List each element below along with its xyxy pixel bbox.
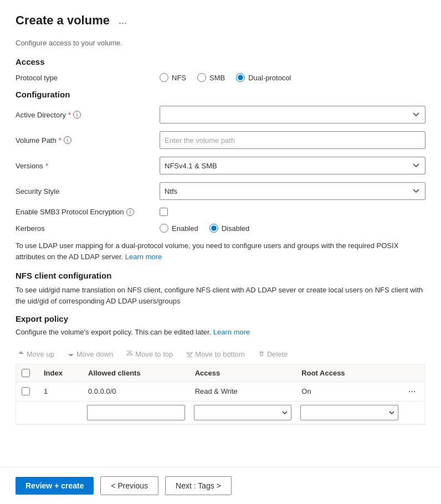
volume-path-input[interactable] xyxy=(160,131,425,149)
previous-button[interactable]: < Previous xyxy=(100,476,158,495)
table-header-root-access: Root Access xyxy=(296,364,403,382)
table-row-root-access: On xyxy=(296,382,403,401)
table-input-clients-cell xyxy=(83,405,189,420)
kerberos-label: Kerberos xyxy=(16,224,160,233)
kerberos-radio-disabled[interactable] xyxy=(209,224,218,233)
table-select-all-checkbox[interactable] xyxy=(22,369,30,377)
smb3-checkbox-wrapper xyxy=(160,208,425,216)
versions-dropdown[interactable]: NFSv4.1 & SMB NFSv3 & SMB NFSv4.1 NFSv3 … xyxy=(160,157,425,174)
table-row-actions-cell: ··· xyxy=(403,382,425,401)
kerberos-radio-enabled[interactable] xyxy=(160,224,168,233)
protocol-type-control: NFS SMB Dual-protocol xyxy=(160,73,425,82)
table-row-allowed-clients: 0.0.0.0/0 xyxy=(83,382,189,401)
nfs-description: To see uid/gid name translation on NFS c… xyxy=(16,285,425,306)
table-input-checkbox-cell xyxy=(16,405,38,420)
ldap-learn-more-link[interactable]: Learn more xyxy=(125,253,162,261)
table-header: Index Allowed clients Access Root Access xyxy=(16,364,425,382)
protocol-option-dual[interactable]: Dual-protocol xyxy=(236,73,291,82)
table-row-checkbox-cell xyxy=(16,382,38,401)
protocol-option-smb[interactable]: SMB xyxy=(197,73,225,82)
table-header-checkbox-col xyxy=(16,364,38,382)
move-up-icon xyxy=(18,351,24,357)
active-directory-info-icon[interactable]: i xyxy=(73,111,81,119)
page-title: Create a volume xyxy=(16,13,110,28)
protocol-option-nfs[interactable]: NFS xyxy=(160,73,186,82)
security-style-control: Ntfs Unix Mixed xyxy=(160,182,425,200)
kerberos-option-disabled[interactable]: Disabled xyxy=(209,224,250,233)
table-row-index: 1 xyxy=(38,382,83,401)
volume-path-control xyxy=(160,131,425,149)
table-row-access: Read & Write xyxy=(189,382,296,401)
footer-bar: Review + create < Previous Next : Tags > xyxy=(0,467,441,504)
versions-row: Versions * NFSv4.1 & SMB NFSv3 & SMB NFS… xyxy=(16,157,425,174)
page-subtitle: Configure access to your volume. xyxy=(16,39,425,47)
delete-button[interactable]: Delete xyxy=(256,349,290,359)
kerberos-radio-group: Enabled Disabled xyxy=(160,224,425,233)
security-style-row: Security Style Ntfs Unix Mixed xyxy=(16,182,425,200)
security-style-label: Security Style xyxy=(16,187,160,196)
table-input-root-access-cell: On Off xyxy=(296,405,403,420)
active-directory-label: Active Directory * i xyxy=(16,111,160,119)
table-header-actions xyxy=(403,364,425,382)
new-root-access-dropdown[interactable]: On Off xyxy=(300,405,398,420)
nfs-section: NFS client configuration To see uid/gid … xyxy=(16,271,425,306)
volume-path-label: Volume Path * i xyxy=(16,136,160,145)
protocol-radio-nfs[interactable] xyxy=(160,73,168,82)
table-row-checkbox[interactable] xyxy=(22,387,30,395)
table-row-actions-button[interactable]: ··· xyxy=(408,387,416,397)
smb3-encryption-control xyxy=(160,208,425,216)
table-input-actions-cell xyxy=(403,405,425,420)
active-directory-dropdown[interactable] xyxy=(160,106,425,124)
table-header-allowed-clients: Allowed clients xyxy=(83,364,189,382)
volume-path-row: Volume Path * i xyxy=(16,131,425,149)
table-input-row: Read & Write Read only On Off xyxy=(16,402,425,424)
move-to-bottom-icon xyxy=(186,351,193,357)
volume-path-info-icon[interactable]: i xyxy=(64,136,71,144)
smb3-encryption-info-icon[interactable]: i xyxy=(126,208,134,216)
export-policy-subtitle: Configure the volume's export policy. Th… xyxy=(16,327,425,338)
smb3-encryption-checkbox[interactable] xyxy=(160,208,168,216)
protocol-type-label: Protocol type xyxy=(16,74,160,82)
export-policy-section: Export policy Configure the volume's exp… xyxy=(16,314,425,425)
delete-icon xyxy=(258,351,265,357)
new-allowed-clients-input[interactable] xyxy=(87,405,185,420)
security-style-dropdown[interactable]: Ntfs Unix Mixed xyxy=(160,182,425,200)
export-policy-title: Export policy xyxy=(16,314,425,323)
required-star-v: * xyxy=(45,162,48,170)
protocol-type-row: Protocol type NFS SMB Dual-protocol xyxy=(16,73,425,82)
table-input-access-cell: Read & Write Read only xyxy=(189,405,296,420)
ldap-info-text: To use LDAP user mapping for a dual-prot… xyxy=(16,240,425,262)
move-to-top-icon xyxy=(126,351,133,357)
required-star-ad: * xyxy=(68,111,71,119)
active-directory-control xyxy=(160,106,425,124)
versions-label: Versions * xyxy=(16,162,160,170)
move-down-icon xyxy=(68,351,74,357)
move-to-bottom-button[interactable]: Move to bottom xyxy=(184,349,247,359)
protocol-radio-group: NFS SMB Dual-protocol xyxy=(160,73,425,82)
review-create-button[interactable]: Review + create xyxy=(16,477,94,495)
protocol-radio-smb[interactable] xyxy=(197,73,206,82)
ldap-info-box: To use LDAP user mapping for a dual-prot… xyxy=(16,240,425,262)
smb3-encryption-row: Enable SMB3 Protocol Encryption i xyxy=(16,208,425,216)
export-policy-learn-more-link[interactable]: Learn more xyxy=(213,328,250,336)
move-down-button[interactable]: Move down xyxy=(65,349,115,359)
table-row: 1 0.0.0.0/0 Read & Write On ··· xyxy=(16,382,425,402)
smb3-encryption-label: Enable SMB3 Protocol Encryption i xyxy=(16,208,160,216)
export-policy-toolbar: Move up Move down Move to top Move to bo… xyxy=(16,344,425,364)
table-header-index: Index xyxy=(38,364,83,382)
nfs-section-title: NFS client configuration xyxy=(16,271,425,280)
export-policy-table: Index Allowed clients Access Root Access xyxy=(16,364,425,425)
new-access-dropdown[interactable]: Read & Write Read only xyxy=(194,405,292,420)
protocol-radio-dual[interactable] xyxy=(236,73,245,82)
next-button[interactable]: Next : Tags > xyxy=(165,476,232,495)
move-up-button[interactable]: Move up xyxy=(16,349,57,359)
kerberos-control: Enabled Disabled xyxy=(160,224,425,233)
move-to-top-button[interactable]: Move to top xyxy=(124,349,175,359)
configuration-section-title: Configuration xyxy=(16,90,425,99)
versions-control: NFSv4.1 & SMB NFSv3 & SMB NFSv4.1 NFSv3 … xyxy=(160,157,425,174)
ellipsis-button[interactable]: ... xyxy=(115,14,130,28)
access-section-title: Access xyxy=(16,57,425,66)
table-header-access: Access xyxy=(189,364,296,382)
required-star-vp: * xyxy=(59,136,61,145)
kerberos-option-enabled[interactable]: Enabled xyxy=(160,224,198,233)
